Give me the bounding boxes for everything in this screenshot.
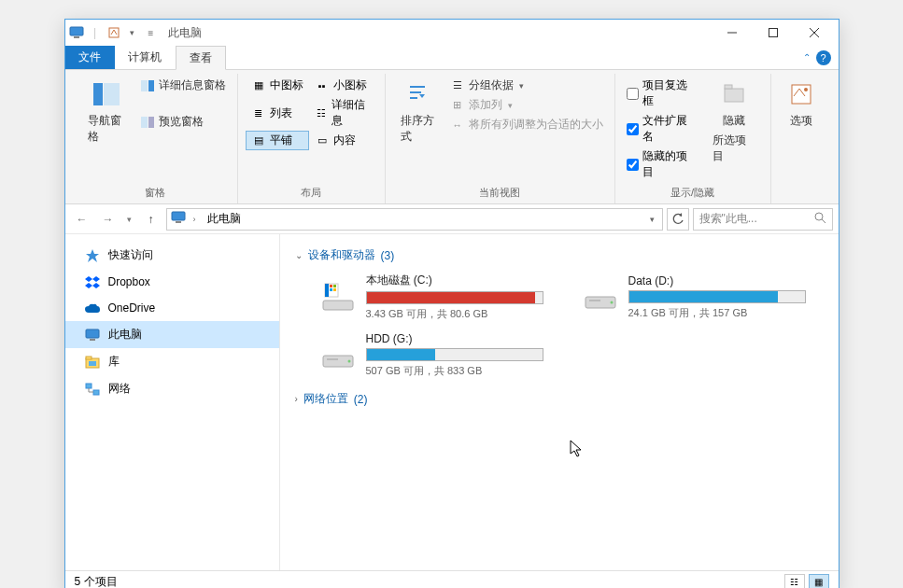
options-button[interactable]: 选项 <box>779 76 824 133</box>
navbar: ← → ▾ ↑ › 此电脑 ▾ 搜索"此电... <box>65 204 839 234</box>
drive-usage-bar <box>366 291 543 304</box>
forward-button[interactable]: → <box>97 208 120 231</box>
svg-rect-27 <box>93 390 99 395</box>
drive-item[interactable]: Data (D:)24.1 GB 可用，共 157 GB <box>580 271 824 323</box>
svg-rect-28 <box>323 301 353 310</box>
addressbar[interactable]: › 此电脑 ▾ <box>166 208 663 231</box>
item-count: 5 个项目 <box>75 574 118 588</box>
drive-usage-bar <box>366 348 543 361</box>
body: 快速访问 Dropbox OneDrive 此电脑 库 网络 <box>65 234 839 570</box>
drive-status: 3.43 GB 可用，共 80.6 GB <box>366 307 559 321</box>
back-button[interactable]: ← <box>71 208 93 231</box>
item-checkboxes-toggle[interactable]: 项目复选框 <box>623 76 698 111</box>
refresh-button[interactable] <box>667 208 689 231</box>
drives-list: 本地磁盘 (C:)3.43 GB 可用，共 80.6 GBData (D:)24… <box>317 271 824 380</box>
qat-divider: | <box>88 26 103 39</box>
svg-rect-1 <box>74 36 79 38</box>
tab-view[interactable]: 查看 <box>176 46 226 70</box>
svg-rect-18 <box>176 221 181 223</box>
hidden-items-toggle[interactable]: 隐藏的项目 <box>623 147 698 182</box>
hide-selected-button[interactable]: 隐藏 所选项目 <box>705 76 762 168</box>
medium-icons-icon: ▦ <box>251 79 266 92</box>
drive-item[interactable]: HDD (G:)507 GB 可用，共 833 GB <box>317 330 561 380</box>
add-columns-button[interactable]: ⊞添加列▾ <box>446 95 607 115</box>
group-devices-header[interactable]: ⌄ 设备和驱动器 (3) <box>295 247 824 263</box>
close-button[interactable] <box>794 20 835 46</box>
minimize-button[interactable] <box>712 20 753 46</box>
group-network-header[interactable]: › 网络位置 (2) <box>295 391 824 407</box>
sort-by-button[interactable]: 排序方式 <box>393 76 443 182</box>
ribbon-group-current-view: 排序方式 ☰分组依据▾ ⊞添加列▾ ↔将所有列调整为合适的大小 当前视图 <box>386 74 615 203</box>
statusbar: 5 个项目 ☷ ▦ <box>65 570 839 588</box>
preview-pane-button[interactable]: 预览窗格 <box>136 112 230 132</box>
qat-overflow-icon[interactable]: ≡ <box>144 26 159 39</box>
drive-name: Data (D:) <box>628 274 822 287</box>
ribbon-collapse-icon[interactable]: ⌃ <box>803 52 811 63</box>
layout-content[interactable]: ▭内容 <box>309 131 377 150</box>
addressbar-dropdown-icon[interactable]: ▾ <box>646 211 658 228</box>
up-button[interactable]: ↑ <box>140 208 162 231</box>
svg-rect-26 <box>86 384 92 388</box>
svg-rect-7 <box>93 83 103 105</box>
search-input[interactable]: 搜索"此电... <box>693 208 833 231</box>
tiles-view-button[interactable]: ▦ <box>809 574 829 589</box>
chevron-down-icon: ⌄ <box>295 250 303 260</box>
properties-icon[interactable] <box>106 26 121 39</box>
drive-usage-bar <box>628 290 806 303</box>
svg-rect-33 <box>330 288 332 291</box>
qat-dropdown-icon[interactable]: ▾ <box>125 26 140 39</box>
details-icon: ☷ <box>315 106 328 119</box>
layout-tiles[interactable]: ▤平铺 <box>246 131 309 150</box>
svg-rect-34 <box>333 288 336 291</box>
layout-details[interactable]: ☷详细信息 <box>309 95 377 131</box>
details-pane-button[interactable]: 详细信息窗格 <box>136 76 230 95</box>
sidebar-item-this-pc[interactable]: 此电脑 <box>65 321 279 348</box>
window-controls <box>712 20 835 46</box>
details-view-button[interactable]: ☷ <box>784 574 805 589</box>
tab-computer[interactable]: 计算机 <box>115 46 176 69</box>
sidebar-item-onedrive[interactable]: OneDrive <box>65 295 279 321</box>
sidebar-item-quick-access[interactable]: 快速访问 <box>65 242 279 269</box>
ribbon-group-panes: 导航窗格 详细信息窗格 预览窗格 窗格 <box>73 74 238 203</box>
file-ext-toggle[interactable]: 文件扩展名 <box>623 111 698 147</box>
addressbar-icon <box>171 211 186 227</box>
tab-file[interactable]: 文件 <box>65 46 115 69</box>
autosize-columns-button[interactable]: ↔将所有列调整为合适的大小 <box>446 115 607 134</box>
options-icon <box>786 79 816 109</box>
svg-point-39 <box>347 359 350 362</box>
ribbon-group-show-hide: 项目复选框 文件扩展名 隐藏的项目 隐藏 所选项目 显示/隐藏 <box>615 74 771 203</box>
qat: | ▾ ≡ 此电脑 <box>69 25 202 41</box>
layout-list[interactable]: ≣列表 <box>246 95 309 131</box>
drive-status: 507 GB 可用，共 833 GB <box>366 364 559 378</box>
drive-item[interactable]: 本地磁盘 (C:)3.43 GB 可用，共 80.6 GB <box>317 271 561 323</box>
addressbar-segment[interactable]: 此电脑 <box>204 209 245 229</box>
help-icon[interactable]: ? <box>816 50 831 65</box>
svg-rect-25 <box>89 361 96 366</box>
preview-pane-icon <box>140 116 155 129</box>
addressbar-chevron-icon[interactable]: › <box>190 213 200 226</box>
chevron-right-icon: › <box>295 394 298 404</box>
sidebar-item-dropbox[interactable]: Dropbox <box>65 269 279 295</box>
content-area[interactable]: ⌄ 设备和驱动器 (3) 本地磁盘 (C:)3.43 GB 可用，共 80.6 … <box>280 234 839 570</box>
drive-name: HDD (G:) <box>366 332 559 345</box>
recent-dropdown[interactable]: ▾ <box>123 208 136 231</box>
small-icons-icon: ▪▪ <box>315 79 330 92</box>
maximize-button[interactable] <box>753 20 794 46</box>
group-by-button[interactable]: ☰分组依据▾ <box>446 76 607 95</box>
nav-pane-button[interactable]: 导航窗格 <box>80 76 133 148</box>
layout-small-icons[interactable]: ▪▪小图标 <box>309 76 377 95</box>
hide-icon <box>719 79 749 109</box>
layout-medium-icons[interactable]: ▦中图标 <box>246 76 309 95</box>
sidebar-item-network[interactable]: 网络 <box>65 375 279 402</box>
svg-point-16 <box>804 88 808 91</box>
this-pc-icon <box>84 328 101 343</box>
sidebar-item-libraries[interactable]: 库 <box>65 348 279 375</box>
svg-rect-31 <box>330 285 332 287</box>
svg-rect-9 <box>141 80 148 91</box>
sort-icon <box>402 79 432 109</box>
explorer-window: | ▾ ≡ 此电脑 文件 计算机 查看 ⌃ ? <box>64 19 840 588</box>
add-columns-icon: ⊞ <box>450 99 465 112</box>
search-placeholder: 搜索"此电... <box>699 211 757 227</box>
ribbon-tabbar: 文件 计算机 查看 ⌃ ? <box>65 46 839 70</box>
svg-rect-40 <box>327 358 338 360</box>
